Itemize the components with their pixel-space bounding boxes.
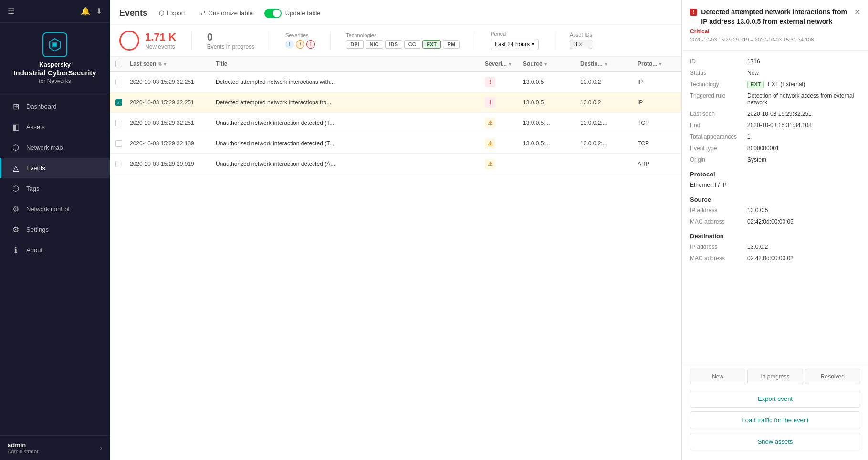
row-timestamp: 2020-10-03 15:29:32.139 xyxy=(130,140,216,147)
row-protocol: TCP xyxy=(638,140,676,147)
export-event-link[interactable]: Export event xyxy=(690,390,860,408)
sidebar-item-network-control[interactable]: ⚙ Network control xyxy=(0,199,110,219)
protocol-value: Ethernet II / IP xyxy=(690,182,860,188)
update-table-toggle[interactable]: Update table xyxy=(264,9,321,18)
tech-pill-ext[interactable]: EXT xyxy=(422,40,441,49)
detail-actions: New In progress Resolved Export event Lo… xyxy=(682,363,868,460)
select-all-checkbox[interactable] xyxy=(115,61,122,67)
source-ip: IP address 13.0.0.5 xyxy=(690,207,860,214)
events-icon: △ xyxy=(11,164,21,173)
filter-icon: ▾ xyxy=(659,61,661,67)
tech-pill-rm[interactable]: RM xyxy=(443,40,460,49)
field-val: Detection of network access from externa… xyxy=(747,92,860,106)
sidebar-item-dashboard[interactable]: ⊞ Dashboard xyxy=(0,96,110,117)
sidebar-item-network-map[interactable]: ⬡ Network map xyxy=(0,137,110,158)
chevron-right-icon[interactable]: › xyxy=(100,444,102,451)
row-checkbox[interactable] xyxy=(115,161,130,167)
table-row[interactable]: ✓ 2020-10-03 15:29:32.251 Detected attem… xyxy=(110,92,681,113)
field-val: 8000000001 xyxy=(747,145,860,152)
row-severity: ⚠ xyxy=(485,118,523,128)
sidebar-footer: admin Administrator › xyxy=(0,435,110,460)
customize-table-button[interactable]: ⇄ Customize table xyxy=(197,8,257,19)
assets-icon: ◧ xyxy=(11,123,21,132)
sidebar-item-settings[interactable]: ⚙ Settings xyxy=(0,219,110,240)
row-timestamp: 2020-10-03 15:29:32.251 xyxy=(130,79,216,85)
sidebar-item-label: Assets xyxy=(26,123,45,131)
download-icon[interactable]: ⬇ xyxy=(96,7,102,16)
sidebar-item-tags[interactable]: ⬡ Tags xyxy=(0,178,110,199)
resolved-tab[interactable]: Resolved xyxy=(805,369,860,384)
table-row[interactable]: 2020-10-03 15:29:32.251 Detected attempt… xyxy=(110,72,681,92)
sidebar-item-about[interactable]: ℹ About xyxy=(0,240,110,260)
sidebar-item-events[interactable]: △ Events xyxy=(0,158,110,178)
brand-hex-icon xyxy=(48,38,62,52)
tech-pill-cc[interactable]: CC xyxy=(404,40,420,49)
sidebar-item-label: Network control xyxy=(26,205,69,213)
col-severity[interactable]: Severi... ▾ xyxy=(485,61,523,67)
user-info: admin Administrator xyxy=(8,441,39,454)
row-checkbox[interactable] xyxy=(115,120,130,126)
col-destination[interactable]: Destin... ▾ xyxy=(580,61,638,67)
field-val: System xyxy=(747,156,860,163)
progress-stat: 0 Events in progress xyxy=(207,31,254,50)
export-button[interactable]: ⬡ Export xyxy=(155,8,189,19)
col-protocol[interactable]: Proto... ▾ xyxy=(638,61,676,67)
severity-badge: ⚠ xyxy=(485,138,495,149)
row-source: 13.0.0.5:... xyxy=(523,120,580,126)
new-events-label: New events xyxy=(145,43,176,50)
detail-title: Detected attempted network interactions … xyxy=(701,8,850,26)
asset-ids-label: Asset IDs xyxy=(570,32,592,38)
severity-badge: ! xyxy=(485,97,495,108)
field-val: 02:42:0d:00:00:05 xyxy=(747,218,860,225)
col-title[interactable]: Title xyxy=(216,61,485,67)
tech-pill-dpi[interactable]: DPI xyxy=(346,40,363,49)
period-select[interactable]: Last 24 hours ▾ xyxy=(491,39,539,50)
toggle-switch[interactable] xyxy=(264,9,282,18)
field-total-appearances: Total appearances 1 xyxy=(690,133,860,140)
field-key: End xyxy=(690,122,747,129)
table-row[interactable]: 2020-10-03 15:29:32.139 Unauthorized net… xyxy=(110,133,681,154)
brand-product: Industrial CyberSecurity xyxy=(13,68,96,78)
row-destination: 13.0.0.2 xyxy=(580,99,638,106)
show-assets-link[interactable]: Show assets xyxy=(690,433,860,450)
load-traffic-link[interactable]: Load traffic for the event xyxy=(690,411,860,429)
col-source[interactable]: Source ▾ xyxy=(523,61,580,67)
row-severity: ! xyxy=(485,77,523,87)
severity-badge: ⚠ xyxy=(485,159,495,169)
field-key: Total appearances xyxy=(690,133,747,140)
about-icon: ℹ xyxy=(11,245,21,255)
severity-icons: i ! ! xyxy=(285,40,315,49)
stats-bar: 1.71 K New events 0 Events in progress S… xyxy=(110,25,681,57)
col-last-seen[interactable]: Last seen ⇅ ▾ xyxy=(130,61,216,67)
row-severity: ⚠ xyxy=(485,159,523,169)
severity-badge: ⚠ xyxy=(485,118,495,128)
field-key: MAC address xyxy=(690,255,747,262)
tech-pill-nic[interactable]: NIC xyxy=(366,40,383,49)
notification-icon[interactable]: 🔔 xyxy=(81,7,90,16)
field-val: EXT EXT (External) xyxy=(747,81,860,88)
row-destination: 13.0.0.2:... xyxy=(580,120,638,126)
tech-pill-ids[interactable]: IDS xyxy=(385,40,402,49)
progress-label: Events in progress xyxy=(207,43,254,50)
field-key: Triggered rule xyxy=(690,92,747,106)
row-destination: 13.0.0.2 xyxy=(580,79,638,85)
table-row[interactable]: 2020-10-03 15:29:32.251 Unauthorized net… xyxy=(110,113,681,133)
divider xyxy=(330,31,331,50)
in-progress-tab[interactable]: In progress xyxy=(747,369,803,384)
row-checkbox[interactable] xyxy=(115,79,130,85)
row-checkbox[interactable]: ✓ xyxy=(115,99,130,106)
destination-section-title: Destination xyxy=(690,233,860,240)
sort-icon: ⇅ xyxy=(158,61,162,67)
sidebar-item-label: Dashboard xyxy=(26,103,57,110)
close-button[interactable]: ✕ xyxy=(854,8,860,17)
brand-sub: for Networks xyxy=(39,78,71,84)
events-panel: Events ⬡ Export ⇄ Customize table Update… xyxy=(110,0,682,460)
sidebar-item-assets[interactable]: ◧ Assets xyxy=(0,117,110,137)
row-checkbox[interactable] xyxy=(115,140,130,147)
row-source: 13.0.0.5 xyxy=(523,99,580,106)
table-row[interactable]: 2020-10-03 15:29:29.919 Unauthorized net… xyxy=(110,154,681,174)
new-tab[interactable]: New xyxy=(690,369,745,384)
sidebar-item-label: Tags xyxy=(26,185,39,192)
hamburger-icon[interactable]: ☰ xyxy=(8,7,14,16)
dest-mac: MAC address 02:42:0d:00:00:02 xyxy=(690,255,860,262)
